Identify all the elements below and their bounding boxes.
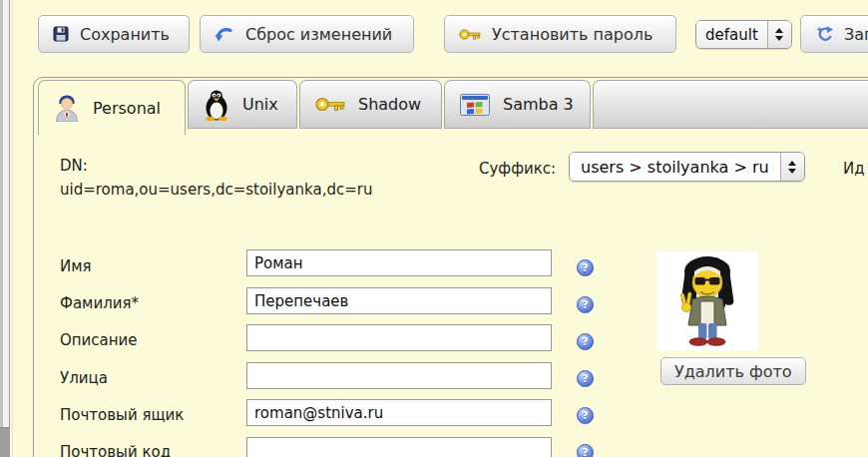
tab-unix-label: Unix — [242, 95, 278, 114]
key-icon — [459, 28, 481, 41]
tab-samba3[interactable]: Samba 3 — [444, 80, 591, 129]
person-icon — [54, 94, 80, 122]
postalcode-input[interactable] — [246, 437, 552, 457]
user-photo — [656, 251, 758, 351]
select-spinner-icon — [767, 21, 791, 48]
windows-icon — [460, 94, 490, 116]
description-input[interactable] — [246, 324, 552, 351]
suffix-select-value: users > stoilyanka > ru — [570, 153, 780, 181]
set-password-button[interactable]: Установить пароль — [444, 15, 676, 53]
select-spinner-icon — [780, 153, 804, 181]
field-label-postalcode: Почтовый код — [60, 443, 171, 457]
load-profile-button[interactable]: Заг — [800, 15, 868, 53]
profile-select[interactable]: default — [695, 20, 792, 49]
help-icon[interactable]: ? — [577, 333, 594, 350]
suffix-select[interactable]: users > stoilyanka > ru — [569, 152, 805, 182]
clipped-right-label: Ид — [843, 160, 865, 178]
dn-label: DN: — [60, 157, 88, 175]
help-icon[interactable]: ? — [577, 407, 594, 424]
tab-shadow-label: Shadow — [358, 95, 421, 114]
delete-photo-button[interactable]: Удалить фото — [660, 357, 806, 385]
scrollbar-thumb[interactable] — [0, 427, 10, 457]
load-profile-label: Заг — [844, 25, 868, 44]
undo-icon — [215, 26, 234, 42]
tab-unix[interactable]: Unix — [188, 80, 297, 129]
help-icon[interactable]: ? — [577, 259, 594, 276]
delete-photo-label: Удалить фото — [674, 362, 792, 381]
tab-personal[interactable]: Personal — [38, 80, 186, 135]
suffix-label: Суффикс: — [479, 160, 556, 178]
reset-changes-label: Сброс изменений — [245, 25, 392, 44]
save-button[interactable]: Сохранить — [38, 15, 190, 53]
field-label-description: Описание — [60, 331, 138, 349]
set-password-label: Установить пароль — [492, 25, 652, 44]
tab-shadow[interactable]: Shadow — [299, 80, 442, 129]
save-button-label: Сохранить — [80, 25, 170, 44]
field-label-email: Почтовый ящик — [60, 406, 184, 424]
key-icon — [315, 96, 345, 113]
tab-personal-label: Personal — [93, 99, 161, 118]
firstname-input[interactable] — [246, 249, 552, 276]
avatar-cartoon-icon — [656, 251, 758, 351]
lastname-input[interactable] — [246, 287, 552, 314]
reset-changes-button[interactable]: Сброс изменений — [200, 15, 414, 53]
content-left-divider — [12, 0, 13, 457]
tab-samba3-label: Samba 3 — [503, 95, 574, 114]
field-label-lastname: Фамилия* — [60, 294, 139, 312]
email-input[interactable] — [246, 399, 552, 426]
floppy-icon — [53, 26, 69, 42]
help-icon[interactable]: ? — [577, 296, 594, 313]
field-label-street: Улица — [60, 369, 108, 387]
field-label-firstname: Имя — [60, 257, 92, 275]
scrollbar-track[interactable] — [3, 0, 10, 457]
help-icon[interactable]: ? — [577, 444, 594, 457]
street-input[interactable] — [246, 362, 552, 389]
tab-bar-filler — [593, 80, 868, 129]
profile-select-value: default — [696, 21, 767, 48]
dn-value: uid=roma,ou=users,dc=stoilyanka,dc=ru — [60, 181, 372, 199]
penguin-icon — [204, 89, 229, 121]
help-icon[interactable]: ? — [577, 370, 594, 387]
reload-icon — [815, 25, 833, 43]
